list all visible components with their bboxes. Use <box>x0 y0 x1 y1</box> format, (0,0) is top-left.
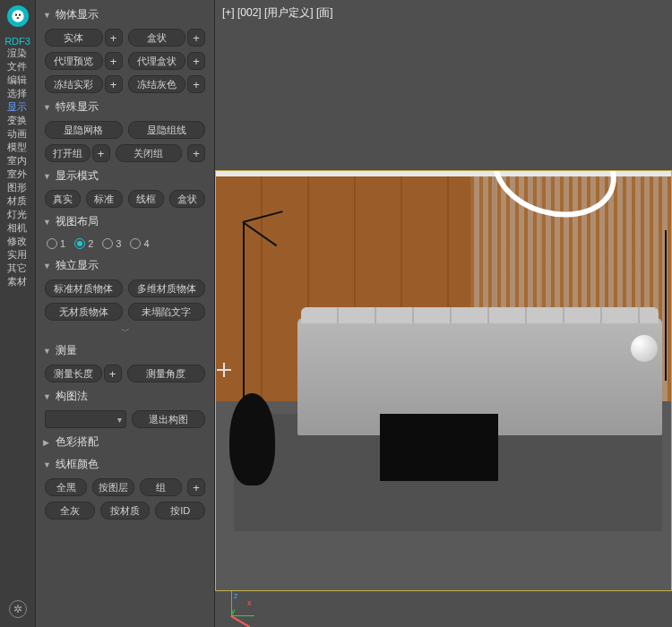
nav-item-1[interactable]: 渲染 <box>4 47 30 60</box>
composition-combo[interactable]: ▾ <box>45 410 126 428</box>
section-header[interactable]: 视图布局 <box>41 210 209 233</box>
section-title: 独立显示 <box>56 258 99 273</box>
nav-item-4[interactable]: 选择 <box>4 87 30 100</box>
btn[interactable]: 显隐网格 <box>45 121 123 139</box>
svg-point-1 <box>14 14 16 16</box>
nav-item-6[interactable]: 变换 <box>4 114 30 127</box>
btn[interactable]: 多维材质物体 <box>128 279 206 297</box>
btn[interactable]: 打开组 <box>45 144 90 162</box>
nav-item-10[interactable]: 室外 <box>4 167 30 181</box>
chevron-icon <box>43 218 52 227</box>
expand-chevron-icon[interactable]: ﹀ <box>41 323 209 339</box>
btn[interactable]: 测量长度 <box>45 365 102 382</box>
section-header[interactable]: 测量 <box>41 339 209 362</box>
panel-row: ▾退出构图 <box>41 408 209 431</box>
panel-row: 打开组+关闭组+ <box>41 142 209 165</box>
btn[interactable]: 退出构图 <box>132 410 206 428</box>
radio-4[interactable]: 4 <box>130 238 149 249</box>
section-header[interactable]: 线框颜色 <box>41 453 209 476</box>
nav-item-14[interactable]: 相机 <box>4 221 30 235</box>
btn[interactable]: 无材质物体 <box>45 303 123 321</box>
btn[interactable]: 标准材质物体 <box>45 279 123 297</box>
section-title: 测量 <box>56 343 77 358</box>
btn[interactable]: 测量角度 <box>127 365 206 382</box>
panel-row: 实体+盒状+ <box>41 26 209 49</box>
nav-item-7[interactable]: 动画 <box>4 127 30 141</box>
radio-2[interactable]: 2 <box>74 238 93 249</box>
viewport[interactable]: [+] [002] [用户定义] [面] z y x <box>215 0 672 627</box>
nav-item-8[interactable]: 模型 <box>4 141 30 154</box>
btn[interactable]: 关闭组 <box>116 144 183 162</box>
btn[interactable]: 标准 <box>86 190 122 208</box>
nav-item-13[interactable]: 灯光 <box>4 208 30 221</box>
section-header[interactable]: 独立显示 <box>41 254 209 277</box>
nav-item-12[interactable]: 材质 <box>4 194 30 208</box>
btn[interactable]: 盒状 <box>169 190 205 208</box>
radio-icon <box>74 238 85 249</box>
add-button[interactable]: + <box>187 478 205 496</box>
btn[interactable]: 显隐组线 <box>128 121 206 139</box>
chevron-icon <box>43 460 52 469</box>
btn[interactable]: 按ID <box>155 502 205 520</box>
nav-item-15[interactable]: 修改 <box>4 235 30 248</box>
add-button[interactable]: + <box>105 29 123 47</box>
nav-item-18[interactable]: 素材 <box>4 275 30 288</box>
radio-3[interactable]: 3 <box>102 238 121 249</box>
btn[interactable]: 组 <box>140 478 182 496</box>
nav-item-9[interactable]: 室内 <box>4 154 30 167</box>
btn[interactable]: 全灰 <box>45 502 95 520</box>
crosshair-cursor-icon <box>217 363 231 377</box>
add-button[interactable]: + <box>92 144 110 162</box>
section-header[interactable]: 特殊显示 <box>41 96 209 118</box>
btn[interactable]: 真实 <box>45 190 81 208</box>
btn[interactable]: 实体 <box>45 29 103 47</box>
nav-item-5[interactable]: 显示 <box>4 100 30 114</box>
section-title: 色彩搭配 <box>56 434 99 450</box>
nav-item-3[interactable]: 编辑 <box>4 73 30 87</box>
btn[interactable]: 冻结实彩 <box>45 75 103 93</box>
add-button[interactable]: + <box>187 75 205 93</box>
add-button[interactable]: + <box>187 29 205 47</box>
nav-item-16[interactable]: 实用 <box>4 248 30 262</box>
radio-icon <box>102 238 113 249</box>
section-title: 显示模式 <box>56 168 99 184</box>
chevron-icon <box>43 438 52 447</box>
add-button[interactable]: + <box>187 144 205 162</box>
panel-row: 真实标准线框盒状 <box>41 187 209 210</box>
viewport-frame[interactable] <box>215 170 672 591</box>
chevron-icon <box>43 347 52 356</box>
svg-point-2 <box>18 14 20 16</box>
btn[interactable]: 代理盒状 <box>128 52 186 70</box>
panel-row: 冻结实彩+冻结灰色+ <box>41 73 209 96</box>
add-button[interactable]: + <box>105 52 123 70</box>
btn[interactable]: 按图层 <box>92 478 134 496</box>
panel-row: 全灰按材质按ID <box>41 499 209 522</box>
nav-item-17[interactable]: 其它 <box>4 262 30 275</box>
axis-gizmo[interactable]: z y x <box>228 584 263 620</box>
panel-row: 标准材质物体多维材质物体 <box>41 277 209 300</box>
gizmo-x-axis: x <box>247 598 252 607</box>
btn[interactable]: 线框 <box>128 190 164 208</box>
viewport-label[interactable]: [+] [002] [用户定义] [面] <box>222 5 333 21</box>
nav-item-2[interactable]: 文件 <box>4 60 30 73</box>
section-header[interactable]: 色彩搭配 <box>41 431 209 453</box>
btn[interactable]: 代理预览 <box>45 52 103 70</box>
btn[interactable]: 按材质 <box>100 502 151 520</box>
add-button[interactable]: + <box>105 75 123 93</box>
btn[interactable]: 未塌陷文字 <box>128 303 206 321</box>
nav-item-11[interactable]: 图形 <box>4 181 30 194</box>
section-header[interactable]: 显示模式 <box>41 165 209 187</box>
add-button[interactable]: + <box>104 365 122 382</box>
section-title: 线框颜色 <box>56 457 99 472</box>
section-header[interactable]: 物体显示 <box>41 4 209 26</box>
btn[interactable]: 全黑 <box>45 478 87 496</box>
btn[interactable]: 盒状 <box>128 29 186 47</box>
radio-1[interactable]: 1 <box>47 238 65 249</box>
radio-icon <box>47 238 57 249</box>
section-title: 物体显示 <box>56 7 99 22</box>
btn[interactable]: 冻结灰色 <box>128 75 186 93</box>
settings-gear-icon[interactable]: ✲ <box>9 600 27 618</box>
section-header[interactable]: 构图法 <box>41 385 209 408</box>
nav-item-0[interactable]: RDF3 <box>4 36 30 47</box>
add-button[interactable]: + <box>187 52 205 70</box>
